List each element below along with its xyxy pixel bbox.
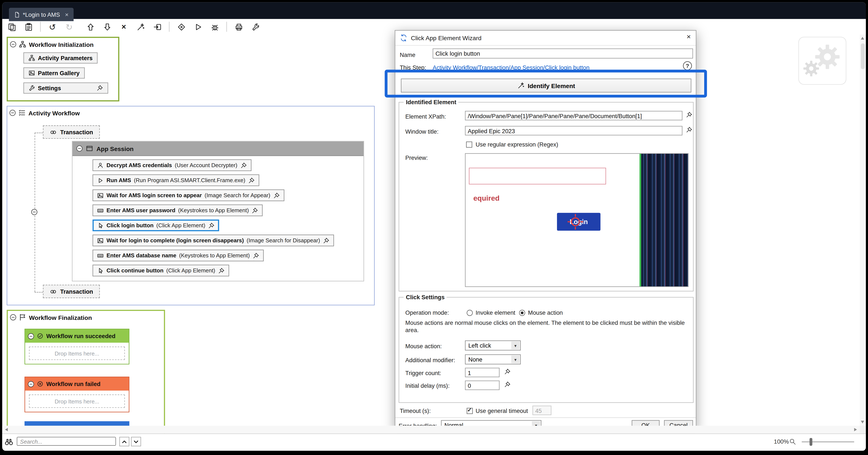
search-next-button[interactable] [131, 437, 141, 446]
trigger-count-input[interactable] [465, 368, 500, 377]
pin-icon[interactable] [686, 111, 692, 118]
pin-icon[interactable] [504, 381, 511, 388]
gear-icon [802, 60, 820, 77]
collapse-icon[interactable] [28, 381, 34, 387]
scroll-left-icon[interactable] [5, 428, 8, 431]
step-detail: (Click App Element) [166, 267, 215, 274]
collapse-icon[interactable] [10, 314, 16, 321]
collapse-icon[interactable] [31, 209, 37, 215]
help-button[interactable]: ? [683, 61, 692, 70]
pin-icon[interactable] [96, 85, 103, 91]
pin-icon[interactable] [208, 222, 215, 229]
pin-icon[interactable] [248, 177, 255, 184]
copy-icon[interactable] [7, 21, 17, 32]
drop-zone[interactable]: Drop Items here... [29, 347, 125, 360]
pin-icon[interactable] [252, 207, 258, 214]
pin-icon[interactable] [323, 237, 330, 244]
scroll-up-icon[interactable] [861, 37, 864, 39]
pin-icon[interactable] [240, 162, 247, 168]
activity-workflow-icon [19, 109, 26, 117]
pin-icon[interactable] [273, 192, 280, 199]
step-title: Click login button [106, 222, 153, 229]
transaction-block-bottom[interactable]: Transaction [43, 285, 100, 298]
drop-zone[interactable]: Drop Items here... [29, 394, 125, 408]
name-input[interactable] [433, 48, 693, 59]
mouse-action-option-label: Mouse action [528, 310, 563, 316]
step-run-ams[interactable]: Run AMS (Run Program ASI.SMART.Client.Fr… [93, 174, 259, 186]
app-logo [798, 37, 846, 85]
tab-close-icon[interactable]: × [65, 11, 69, 18]
step-decrypt-ams-credentials[interactable]: Decrypt AMS credentials (User Account De… [93, 159, 251, 171]
element-xpath-label: Element XPath: [405, 113, 446, 120]
undo-icon[interactable]: ↺ [47, 21, 57, 32]
preview-label: Preview: [405, 154, 428, 161]
print-icon[interactable] [234, 21, 244, 32]
pin-icon[interactable] [686, 127, 692, 133]
this-step-link[interactable]: Activity Workflow/Transaction/App Sessio… [433, 64, 590, 71]
app-session-title: App Session [96, 145, 134, 152]
vertical-scrollbar[interactable] [860, 35, 866, 426]
delete-icon[interactable]: × [119, 21, 129, 32]
dialog-close-icon[interactable]: × [687, 33, 691, 40]
redo-icon[interactable]: ↻ [64, 21, 74, 32]
collapse-icon[interactable] [76, 145, 83, 152]
pin-icon[interactable] [253, 252, 259, 259]
scrollbar-thumb[interactable] [861, 43, 865, 69]
initial-delay-input[interactable] [465, 381, 500, 390]
pattern-gallery-button[interactable]: Pattern Gallery [24, 67, 85, 78]
pin-icon[interactable] [218, 267, 225, 274]
workflow-run-failed-block[interactable]: Workflow run failed Drop Items here... [25, 377, 129, 412]
timeout-value-input [532, 405, 551, 415]
collapse-icon[interactable] [10, 41, 16, 47]
invoke-element-radio[interactable] [467, 310, 473, 316]
preview-required-text: equired [473, 194, 500, 202]
step-enter-ams-user-password[interactable]: Enter AMS user password (Keystrokes to A… [93, 204, 263, 216]
step-click-login-button[interactable]: Click login button (Click App Element) [93, 220, 219, 231]
use-general-timeout-checkbox[interactable]: ✓ [467, 408, 473, 414]
scroll-right-icon[interactable] [854, 428, 857, 431]
workflow-run-succeeded-block[interactable]: Workflow run succeeded Drop Items here..… [25, 329, 129, 364]
collapse-icon[interactable] [28, 333, 34, 339]
step-click-continue-button[interactable]: Click continue button (Click App Element… [93, 265, 229, 276]
move-down-icon[interactable] [102, 21, 112, 32]
zoom-slider-handle[interactable] [809, 438, 812, 446]
pin-icon[interactable] [504, 368, 511, 375]
dialog-title-bar[interactable]: Click App Element Wizard × [395, 31, 696, 46]
paste-icon[interactable] [24, 21, 34, 32]
customize-icon[interactable] [250, 21, 260, 32]
mouse-action-description: Mouse actions are normal mouse clicks on… [405, 319, 687, 334]
move-up-icon[interactable] [85, 21, 95, 32]
settings-button[interactable]: Settings [24, 83, 108, 94]
window-title-input[interactable] [465, 126, 682, 135]
workflow-finalization-group: Workflow Finalization Workflow run succe… [7, 310, 165, 444]
breakpoint-icon[interactable] [176, 21, 186, 32]
step-enter-ams-database-name[interactable]: Enter AMS database name (Keystrokes to A… [93, 250, 264, 261]
identify-wand-icon[interactable] [135, 21, 146, 32]
debug-icon[interactable] [210, 21, 220, 32]
invoke-element-label: Invoke element [475, 310, 515, 316]
scroll-down-icon[interactable] [861, 421, 864, 423]
search-previous-button[interactable] [119, 437, 129, 446]
element-xpath-input[interactable] [465, 111, 682, 120]
toolbar-divider [40, 22, 41, 32]
check-icon: ✓ [467, 407, 472, 413]
attach-to-app-icon[interactable] [152, 21, 162, 32]
transaction-block-top[interactable]: Transaction [43, 126, 100, 139]
identify-element-button[interactable]: Identify Element [401, 78, 691, 93]
step-wait-for-login-complete[interactable]: Wait for login to complete (login screen… [93, 235, 334, 246]
step-wait-for-ams-login-screen[interactable]: Wait for AMS login screen to appear (Ima… [93, 190, 284, 201]
additional-modifier-select[interactable]: None ▼ [465, 354, 521, 364]
mouse-action-radio[interactable] [519, 310, 525, 316]
workflow-initialization-icon [19, 41, 26, 48]
preview-input-field [469, 168, 606, 185]
crosshair-icon [567, 213, 584, 230]
group-legend: Identified Element [404, 99, 459, 105]
collapse-icon[interactable] [9, 110, 16, 116]
app-session-header[interactable]: App Session [72, 141, 364, 156]
activity-parameters-button[interactable]: Activity Parameters [24, 53, 98, 64]
search-input[interactable] [17, 437, 116, 446]
run-icon[interactable] [193, 21, 203, 32]
horizontal-scrollbar[interactable] [2, 426, 860, 433]
regex-checkbox[interactable] [466, 141, 472, 148]
mouse-action-select[interactable]: Left click ▼ [465, 340, 521, 351]
